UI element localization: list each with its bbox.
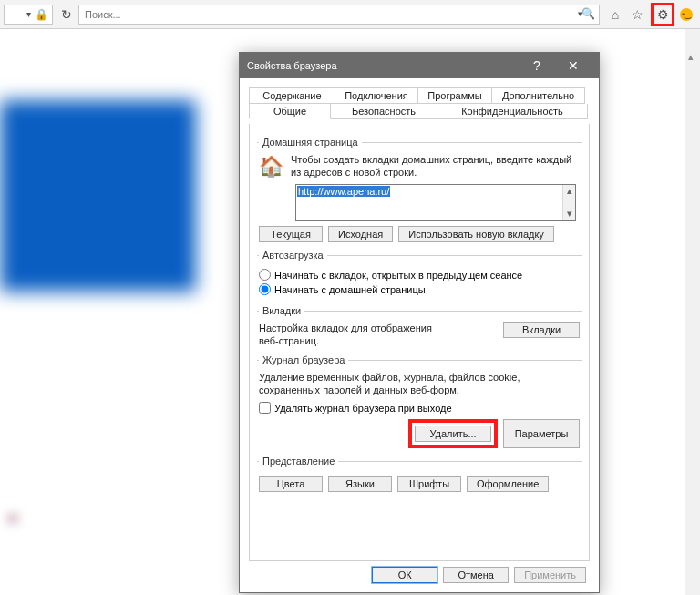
refresh-icon[interactable]: ↻ [58, 6, 75, 23]
appearance-group: Представление Цвета Языки Шрифты Оформле… [257, 456, 582, 494]
internet-options-dialog: Свойства браузера ? ✕ Содержание Подключ… [239, 52, 600, 593]
tab-panel-general: Домашняя страница 🏠 Чтобы создать вкладк… [249, 124, 590, 561]
homepage-legend: Домашняя страница [259, 137, 362, 148]
startup-opt1-label: Начинать с вкладок, открытых в предыдуще… [274, 270, 522, 281]
tabs-description: Настройка вкладок для отображения веб-ст… [259, 322, 450, 347]
dialog-titlebar[interactable]: Свойства браузера ? ✕ [240, 53, 599, 78]
tabs-settings-button[interactable]: Вкладки [503, 322, 580, 338]
search-placeholder: Поиск... [85, 9, 121, 20]
history-settings-button[interactable]: Параметры [503, 419, 580, 448]
tab-general[interactable]: Общие [249, 104, 331, 119]
tab-advanced[interactable]: Дополнительно [491, 87, 585, 104]
startup-opt2-label: Начинать с домашней страницы [274, 284, 426, 295]
colors-button[interactable]: Цвета [259, 476, 323, 492]
address-box-right[interactable]: ▾ 🔒 [4, 5, 53, 25]
tab-security[interactable]: Безопасность [330, 104, 438, 119]
ok-button[interactable]: ОК [372, 567, 438, 583]
delete-history-button[interactable]: Удалить... [415, 426, 491, 442]
browsing-history-group: Журнал браузера Удаление временных файло… [257, 354, 582, 450]
history-legend: Журнал браузера [259, 354, 348, 365]
tab-content[interactable]: Содержание [249, 87, 335, 104]
startup-legend: Автозагрузка [259, 250, 327, 261]
use-default-button[interactable]: Исходная [328, 226, 393, 242]
search-input[interactable]: Поиск... ▾ 🔍 [78, 5, 600, 25]
startup-last-session-radio[interactable]: Начинать с вкладок, открытых в предыдуще… [259, 269, 580, 281]
favorites-icon[interactable]: ☆ [629, 6, 645, 23]
tab-programs[interactable]: Программы [417, 87, 492, 104]
startup-group: Автозагрузка Начинать с вкладок, открыты… [257, 250, 582, 300]
homepage-url-input[interactable]: http://www.apeha.ru/ ▴▾ [295, 184, 576, 221]
appearance-legend: Представление [259, 456, 338, 467]
cancel-button[interactable]: Отмена [443, 567, 509, 583]
tabs-legend: Вкладки [259, 305, 304, 316]
page-scrollbar[interactable]: ▴ [685, 29, 700, 595]
homepage-group: Домашняя страница 🏠 Чтобы создать вкладк… [257, 137, 582, 244]
homepage-description: Чтобы создать вкладки домашних страниц, … [291, 153, 580, 180]
tab-privacy[interactable]: Конфиденциальность [437, 104, 588, 119]
use-newtab-button[interactable]: Использовать новую вкладку [398, 226, 554, 242]
textarea-scrollbar[interactable]: ▴▾ [562, 185, 575, 220]
apply-button[interactable]: Применить [514, 567, 586, 583]
startup-homepage-radio[interactable]: Начинать с домашней страницы [259, 283, 580, 295]
search-icon[interactable]: 🔍 [582, 7, 595, 20]
delete-on-exit-checkbox[interactable]: Удалять журнал браузера при выходе [259, 402, 580, 414]
delete-button-highlight: Удалить... [408, 419, 498, 448]
chevron-down-icon: ▾ [26, 9, 31, 19]
browser-toolbar: ▾ 🔒 ↻ Поиск... ▾ 🔍 ⌂ ☆ ⚙ •‿ [0, 0, 700, 29]
close-icon[interactable]: ✕ [555, 53, 592, 78]
toolbar-right: ⌂ ☆ ⚙ •‿ [603, 3, 696, 26]
use-current-button[interactable]: Текущая [259, 226, 323, 242]
languages-button[interactable]: Языки [328, 476, 392, 492]
background-blue-panel [0, 100, 196, 292]
lock-icon: 🔒 [35, 8, 48, 21]
delete-on-exit-label: Удалять журнал браузера при выходе [274, 403, 452, 414]
background-google-logo: ogle [7, 467, 15, 535]
gear-icon[interactable]: ⚙ [651, 3, 674, 26]
accessibility-button[interactable]: Оформление [467, 476, 549, 492]
fonts-button[interactable]: Шрифты [397, 476, 461, 492]
tabs-group: Вкладки Настройка вкладок для отображени… [257, 305, 582, 349]
dialog-title: Свойства браузера [247, 60, 337, 71]
smiley-icon[interactable]: •‿ [680, 8, 693, 21]
history-description: Удаление временных файлов, журнала, файл… [259, 371, 580, 396]
dialog-buttons: ОК Отмена Применить [372, 567, 586, 583]
help-button[interactable]: ? [519, 53, 555, 78]
tab-connections[interactable]: Подключения [335, 87, 418, 104]
house-icon: 🏠 [259, 153, 283, 180]
home-icon[interactable]: ⌂ [607, 6, 623, 23]
homepage-url-value: http://www.apeha.ru/ [297, 186, 390, 197]
